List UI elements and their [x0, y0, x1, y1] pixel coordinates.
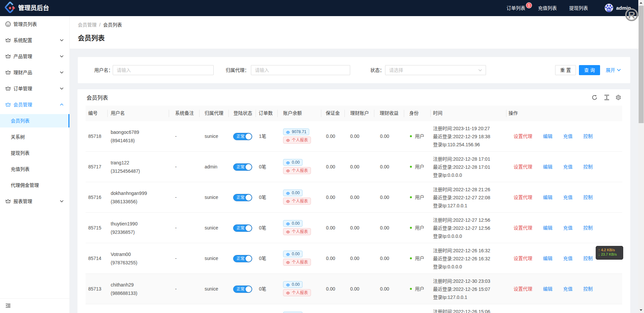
svg-text:du: du	[607, 8, 611, 11]
svg-text:R: R	[628, 9, 635, 20]
